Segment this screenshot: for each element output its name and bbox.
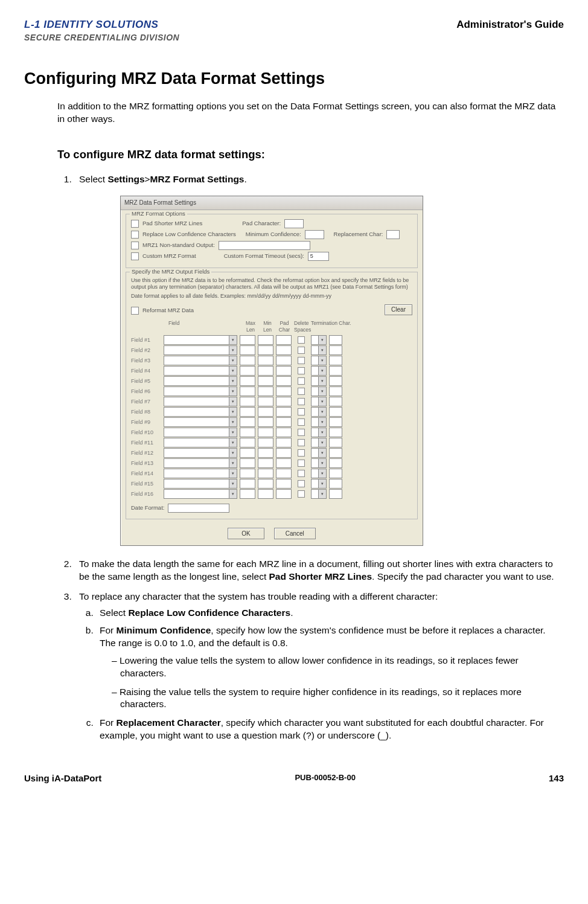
delete-spaces-checkbox[interactable] bbox=[298, 490, 305, 498]
delete-spaces-checkbox[interactable] bbox=[298, 418, 305, 426]
max-len-input[interactable] bbox=[240, 448, 255, 458]
pad-char-input[interactable] bbox=[276, 397, 292, 406]
pad-char-input[interactable] bbox=[276, 407, 292, 417]
min-len-input[interactable] bbox=[258, 438, 273, 447]
delete-spaces-checkbox[interactable] bbox=[298, 480, 305, 487]
checkbox-reformat[interactable] bbox=[131, 307, 139, 315]
term-char-input[interactable] bbox=[329, 458, 342, 468]
input-custom-timeout[interactable]: 5 bbox=[308, 252, 329, 261]
term-char-input[interactable] bbox=[329, 386, 342, 396]
pad-char-input[interactable] bbox=[276, 345, 292, 355]
pad-char-input[interactable] bbox=[276, 489, 292, 499]
pad-char-input[interactable] bbox=[276, 417, 292, 427]
min-len-input[interactable] bbox=[258, 376, 273, 386]
clear-button[interactable]: Clear bbox=[385, 304, 412, 315]
input-date-format[interactable] bbox=[168, 504, 229, 513]
term-combo[interactable]: ▾ bbox=[311, 335, 327, 345]
pad-char-input[interactable] bbox=[276, 366, 292, 376]
term-combo[interactable]: ▾ bbox=[311, 376, 327, 386]
max-len-input[interactable] bbox=[240, 407, 255, 417]
max-len-input[interactable] bbox=[240, 366, 255, 376]
field-combo[interactable]: ▾ bbox=[164, 356, 237, 365]
term-char-input[interactable] bbox=[329, 469, 342, 478]
field-combo[interactable]: ▾ bbox=[164, 345, 237, 355]
field-combo[interactable]: ▾ bbox=[164, 407, 237, 417]
min-len-input[interactable] bbox=[258, 335, 273, 345]
delete-spaces-checkbox[interactable] bbox=[298, 367, 305, 374]
term-char-input[interactable] bbox=[329, 417, 342, 427]
min-len-input[interactable] bbox=[258, 428, 273, 437]
field-combo[interactable]: ▾ bbox=[164, 417, 237, 427]
max-len-input[interactable] bbox=[240, 397, 255, 406]
pad-char-input[interactable] bbox=[276, 438, 292, 447]
pad-char-input[interactable] bbox=[276, 376, 292, 386]
delete-spaces-checkbox[interactable] bbox=[298, 460, 305, 467]
min-len-input[interactable] bbox=[258, 345, 273, 355]
term-char-input[interactable] bbox=[329, 407, 342, 417]
delete-spaces-checkbox[interactable] bbox=[298, 377, 305, 385]
delete-spaces-checkbox[interactable] bbox=[298, 408, 305, 415]
term-combo[interactable]: ▾ bbox=[311, 458, 327, 468]
field-combo[interactable]: ▾ bbox=[164, 448, 237, 458]
delete-spaces-checkbox[interactable] bbox=[298, 388, 305, 395]
term-char-input[interactable] bbox=[329, 345, 342, 355]
min-len-input[interactable] bbox=[258, 366, 273, 376]
input-min-confidence[interactable] bbox=[305, 230, 324, 239]
min-len-input[interactable] bbox=[258, 479, 273, 489]
field-combo[interactable]: ▾ bbox=[164, 335, 237, 345]
delete-spaces-checkbox[interactable] bbox=[298, 398, 305, 405]
term-combo[interactable]: ▾ bbox=[311, 417, 327, 427]
term-char-input[interactable] bbox=[329, 428, 342, 437]
pad-char-input[interactable] bbox=[276, 356, 292, 365]
term-combo[interactable]: ▾ bbox=[311, 397, 327, 406]
term-char-input[interactable] bbox=[329, 366, 342, 376]
pad-char-input[interactable] bbox=[276, 479, 292, 489]
input-replacement-char[interactable] bbox=[386, 230, 400, 239]
delete-spaces-checkbox[interactable] bbox=[298, 439, 305, 446]
min-len-input[interactable] bbox=[258, 448, 273, 458]
pad-char-input[interactable] bbox=[276, 469, 292, 478]
checkbox-replace-low[interactable] bbox=[131, 231, 139, 239]
field-combo[interactable]: ▾ bbox=[164, 376, 237, 386]
cancel-button[interactable]: Cancel bbox=[274, 528, 316, 540]
pad-char-input[interactable] bbox=[276, 386, 292, 396]
term-combo[interactable]: ▾ bbox=[311, 438, 327, 447]
max-len-input[interactable] bbox=[240, 345, 255, 355]
input-nonstd-output[interactable] bbox=[219, 241, 310, 250]
max-len-input[interactable] bbox=[240, 428, 255, 437]
ok-button[interactable]: OK bbox=[228, 528, 264, 540]
max-len-input[interactable] bbox=[240, 386, 255, 396]
pad-char-input[interactable] bbox=[276, 335, 292, 345]
min-len-input[interactable] bbox=[258, 458, 273, 468]
max-len-input[interactable] bbox=[240, 489, 255, 499]
term-combo[interactable]: ▾ bbox=[311, 469, 327, 478]
min-len-input[interactable] bbox=[258, 407, 273, 417]
field-combo[interactable]: ▾ bbox=[164, 366, 237, 376]
field-combo[interactable]: ▾ bbox=[164, 397, 237, 406]
term-combo[interactable]: ▾ bbox=[311, 356, 327, 365]
term-char-input[interactable] bbox=[329, 335, 342, 345]
term-combo[interactable]: ▾ bbox=[311, 386, 327, 396]
term-char-input[interactable] bbox=[329, 438, 342, 447]
delete-spaces-checkbox[interactable] bbox=[298, 429, 305, 436]
term-char-input[interactable] bbox=[329, 489, 342, 499]
min-len-input[interactable] bbox=[258, 356, 273, 365]
max-len-input[interactable] bbox=[240, 458, 255, 468]
field-combo[interactable]: ▾ bbox=[164, 386, 237, 396]
term-combo[interactable]: ▾ bbox=[311, 489, 327, 499]
term-char-input[interactable] bbox=[329, 376, 342, 386]
min-len-input[interactable] bbox=[258, 489, 273, 499]
delete-spaces-checkbox[interactable] bbox=[298, 470, 305, 477]
term-char-input[interactable] bbox=[329, 479, 342, 489]
field-combo[interactable]: ▾ bbox=[164, 428, 237, 437]
min-len-input[interactable] bbox=[258, 397, 273, 406]
pad-char-input[interactable] bbox=[276, 428, 292, 437]
field-combo[interactable]: ▾ bbox=[164, 458, 237, 468]
min-len-input[interactable] bbox=[258, 386, 273, 396]
min-len-input[interactable] bbox=[258, 469, 273, 478]
field-combo[interactable]: ▾ bbox=[164, 479, 237, 489]
max-len-input[interactable] bbox=[240, 356, 255, 365]
pad-char-input[interactable] bbox=[276, 448, 292, 458]
term-combo[interactable]: ▾ bbox=[311, 479, 327, 489]
field-combo[interactable]: ▾ bbox=[164, 438, 237, 447]
